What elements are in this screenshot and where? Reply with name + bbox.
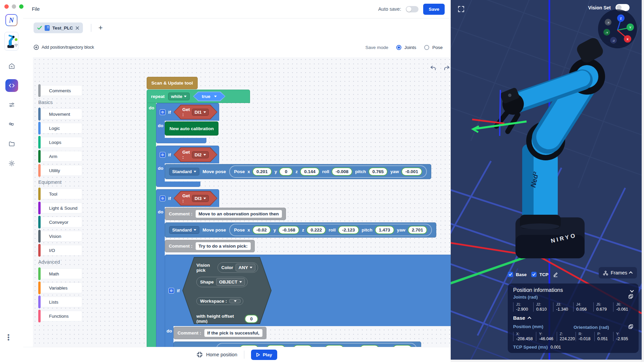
pose-value-input[interactable]: -0.008 xyxy=(332,167,352,176)
window-zoom-button[interactable] xyxy=(19,4,23,9)
gizmo-neg-y-axis[interactable]: -Y xyxy=(605,31,608,34)
toolbox-category[interactable]: Tool xyxy=(40,189,82,199)
pose-value-input[interactable]: 0.222 xyxy=(306,226,326,234)
redo-icon[interactable] xyxy=(444,65,450,71)
base-section-header[interactable]: Base xyxy=(513,315,633,321)
block-scan-update-tool[interactable]: Scan & Update tool xyxy=(147,77,198,89)
mutator-gear-icon[interactable] xyxy=(160,152,165,158)
block-comment-1[interactable]: Comment :Move to an observation position… xyxy=(165,208,286,220)
copy-joints-icon[interactable] xyxy=(628,294,633,300)
tcp-frame-option[interactable]: TCP xyxy=(531,272,548,277)
toolbox-category[interactable]: Vision xyxy=(40,231,82,241)
save-mode-joints-option[interactable]: Joints xyxy=(396,45,416,50)
pose-value-input[interactable]: 1.473 xyxy=(375,226,394,234)
gizmo-y-axis[interactable]: Y xyxy=(629,26,631,29)
pose-value-input[interactable]: -0.168 xyxy=(278,226,299,234)
gizmo-x-axis[interactable]: X xyxy=(627,38,629,41)
window-close-button[interactable] xyxy=(4,4,9,9)
sidebar-item-files[interactable] xyxy=(5,138,18,150)
pose-value-input[interactable]: 0.201 xyxy=(252,167,272,176)
comment-text-field[interactable]: Try to do a vision pick: xyxy=(196,242,251,250)
block-move-pose-2[interactable]: Standard Move pose Pose x-0.02 y-0.168 xyxy=(165,222,436,238)
height-offset-input[interactable]: 0 xyxy=(245,315,258,323)
di1-dropdown[interactable]: DI1 xyxy=(192,109,209,116)
comment-text-field[interactable]: If the pick is successful, xyxy=(204,329,262,337)
new-tab-button[interactable]: + xyxy=(98,24,103,31)
color-dropdown[interactable]: ANY xyxy=(236,264,256,271)
block-move-pose-1[interactable]: Standard Move pose Pose x0.201 y0 xyxy=(165,164,431,179)
block-if-vision-pick[interactable]: if Vision pick ColorANY ShapeOBJECT Work… xyxy=(165,255,465,347)
fullscreen-icon[interactable] xyxy=(458,6,464,12)
pose-value-input[interactable]: -0.02 xyxy=(252,226,271,234)
auto-save-toggle[interactable] xyxy=(406,6,418,12)
toolbox-category[interactable]: Loops xyxy=(40,137,82,147)
block-comment-2[interactable]: Comment :Try to do a vision pick: xyxy=(165,240,255,252)
edit-pencil-icon[interactable] xyxy=(553,272,558,277)
mutator-gear-icon[interactable] xyxy=(160,196,165,201)
toolbox-category[interactable]: Conveyor xyxy=(40,217,82,227)
toolbox-category[interactable]: Comments xyxy=(40,86,82,96)
pose-value-input[interactable]: -0.001 xyxy=(401,167,422,176)
sidebar-item-connections[interactable] xyxy=(5,118,18,131)
joints-radio[interactable] xyxy=(396,45,401,50)
sidebar-more-menu[interactable]: ••• xyxy=(7,334,9,341)
add-position-block-button[interactable]: Add position/trajectory block xyxy=(34,45,94,50)
block-vision-pick[interactable]: Vision pick ColorANY ShapeOBJECT Workspa… xyxy=(182,257,271,324)
window-minimize-button[interactable] xyxy=(12,4,16,9)
pose-value-input[interactable]: -2.123 xyxy=(338,226,359,234)
condition-true-block[interactable]: true xyxy=(193,92,226,101)
sidebar-item-dashboard[interactable] xyxy=(5,60,18,72)
gizmo-z-axis[interactable]: Z xyxy=(620,17,622,20)
save-mode-pose-option[interactable]: Pose xyxy=(424,45,443,50)
block-if-di2[interactable]: if Get :DI2 do Standard Move pose xyxy=(156,146,465,187)
toolbox-category[interactable]: Functions xyxy=(40,311,82,321)
file-menu[interactable]: File xyxy=(32,6,40,12)
home-position-button[interactable]: Home position xyxy=(197,352,237,358)
move-type-dropdown[interactable]: Standard xyxy=(169,168,199,175)
view-orientation-gizmo[interactable]: Z -X Y -Y X -Z xyxy=(598,9,637,48)
robot-3d-viewer[interactable]: NIRYO Ned² xyxy=(451,0,642,360)
pose-value-input[interactable]: 2.701 xyxy=(408,226,427,234)
block-new-auto-calibration[interactable]: New auto calibration xyxy=(165,121,218,136)
workspace-dropdown[interactable] xyxy=(229,299,241,303)
toolbox-category[interactable]: Variables xyxy=(40,283,82,293)
sidebar-item-blocks-editor[interactable] xyxy=(5,79,18,92)
vertical-scrollbar[interactable] xyxy=(642,0,644,362)
pose-value-input[interactable]: 0.144 xyxy=(300,167,319,176)
block-comment-3[interactable]: Comment :If the pick is successful, xyxy=(174,327,266,339)
comment-text-field[interactable]: Move to an observation position then xyxy=(196,210,282,218)
toolbox-category[interactable]: Math xyxy=(40,269,82,279)
tab-test-plc[interactable]: Test_PLC xyxy=(34,22,83,33)
while-dropdown[interactable]: while xyxy=(168,93,190,100)
block-if-di3[interactable]: if Get :DI3 do Comment :Move to an obser… xyxy=(156,189,465,347)
gizmo-neg-x-axis[interactable]: -X xyxy=(607,21,610,24)
toolbox-category[interactable]: I/O xyxy=(40,245,82,255)
block-if-di1[interactable]: if Get :DI1 do New auto calibration xyxy=(156,103,465,143)
get-di1-block[interactable]: Get :DI1 xyxy=(174,105,217,119)
toolbox-category[interactable]: Arm xyxy=(40,151,82,161)
gizmo-neg-z-axis[interactable]: -Z xyxy=(612,39,615,42)
tcp-checkbox[interactable] xyxy=(531,272,537,277)
toolbox-category[interactable]: Movement xyxy=(40,109,82,119)
di2-dropdown[interactable]: DI2 xyxy=(192,151,209,158)
collapse-panel-button[interactable] xyxy=(631,287,633,293)
mutator-gear-icon[interactable] xyxy=(168,288,174,294)
copy-pose-icon[interactable] xyxy=(628,324,633,330)
blockly-canvas[interactable]: Comments Basics Movement Logic Loops Arm… xyxy=(33,57,465,347)
play-button[interactable]: Play xyxy=(251,350,277,360)
toolbox-category[interactable]: Logic xyxy=(40,123,82,133)
di3-dropdown[interactable]: DI3 xyxy=(192,195,209,202)
toolbox-category[interactable]: Light & Sound xyxy=(40,203,82,213)
get-di2-block[interactable]: Get :DI2 xyxy=(174,147,217,162)
save-button[interactable]: Save xyxy=(423,4,445,15)
shape-dropdown[interactable]: OBJECT xyxy=(216,278,245,286)
pose-value-input[interactable]: 0 xyxy=(279,167,293,176)
toolbox-category[interactable]: Lists xyxy=(40,297,82,307)
sidebar-item-settings[interactable] xyxy=(5,157,18,170)
sidebar-item-settings-sliders[interactable] xyxy=(5,99,18,111)
base-checkbox[interactable] xyxy=(508,272,513,277)
connected-robot-card[interactable] xyxy=(4,32,18,51)
pose-value-input[interactable]: 0.765 xyxy=(368,167,388,176)
mutator-gear-icon[interactable] xyxy=(160,109,165,115)
base-frame-option[interactable]: Base xyxy=(508,272,527,277)
